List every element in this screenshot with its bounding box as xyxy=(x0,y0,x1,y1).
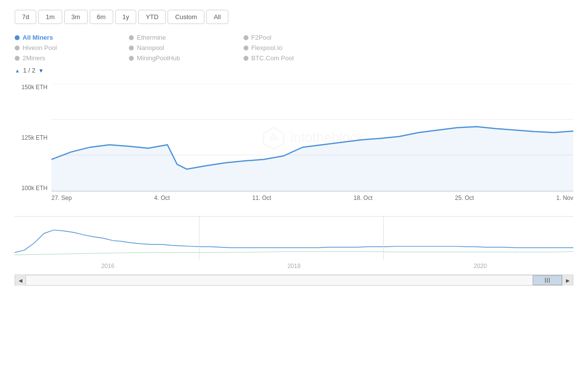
time-btn-1m[interactable]: 1m xyxy=(38,10,62,24)
mini-secondary-line xyxy=(15,251,573,255)
nav-track[interactable] xyxy=(26,275,562,285)
legend-label: Hiveon Pool xyxy=(23,44,57,51)
x-axis-label: 11. Oct xyxy=(252,195,271,201)
y-axis: 150k ETH125k ETH100k ETH xyxy=(15,84,51,192)
y-axis-label: 100k ETH xyxy=(15,185,51,192)
prev-page-arrow[interactable]: ▲ xyxy=(15,68,20,74)
mini-separator-2 xyxy=(383,217,384,260)
pagination-text: 1 / 2 xyxy=(23,67,35,74)
legend-item-2miners[interactable]: 2Miners xyxy=(15,54,129,62)
legend-label: MiningPoolHub xyxy=(137,54,180,62)
time-btn-custom[interactable]: Custom xyxy=(168,10,204,24)
time-btn-all[interactable]: All xyxy=(206,10,228,24)
legend-dot xyxy=(15,56,20,61)
x-axis-label: 4. Oct xyxy=(154,195,170,201)
legend-dot xyxy=(244,46,248,50)
pagination: ▲ 1 / 2 ▼ xyxy=(15,67,573,74)
legend-dot xyxy=(15,46,20,50)
legend: All Miners Ethermine F2Pool Hiveon Pool … xyxy=(15,34,358,62)
legend-dot xyxy=(244,35,248,40)
legend-dot xyxy=(129,46,134,50)
mini-separator-1 xyxy=(199,217,199,260)
chart-plot-area: intotheblock xyxy=(51,84,573,192)
nav-right-button[interactable]: ▶ xyxy=(562,275,573,286)
mini-x-axis-label: 2016 xyxy=(101,263,115,270)
nav-handle-grip xyxy=(545,278,550,283)
mini-main-line xyxy=(15,230,573,252)
mini-x-axis: 201620182020 xyxy=(15,260,573,272)
legend-item-all-miners[interactable]: All Miners xyxy=(15,34,129,41)
time-btn-ytd[interactable]: YTD xyxy=(138,10,166,24)
grip-line-2 xyxy=(547,278,548,283)
chart-container: 150k ETH125k ETH100k ETH intotheblock xyxy=(15,84,573,286)
legend-item-flexpool.io[interactable]: Flexpool.Io xyxy=(244,44,358,51)
legend-item-hiveon-pool[interactable]: Hiveon Pool xyxy=(15,44,129,51)
time-btn-3m[interactable]: 3m xyxy=(64,10,88,24)
time-btn-6m[interactable]: 6m xyxy=(90,10,113,24)
time-btn-7d[interactable]: 7d xyxy=(15,10,36,24)
main-chart: 150k ETH125k ETH100k ETH intotheblock xyxy=(15,84,573,211)
x-axis-label: 18. Oct xyxy=(354,195,373,201)
legend-label: F2Pool xyxy=(251,34,271,41)
time-range-buttons: 7d1m3m6m1yYTDCustomAll xyxy=(15,10,573,24)
y-axis-label: 125k ETH xyxy=(15,134,51,141)
legend-label: 2Miners xyxy=(23,54,45,62)
legend-item-btc.com-pool[interactable]: BTC.Com Pool xyxy=(244,54,358,62)
grip-line-1 xyxy=(545,278,546,283)
legend-label: Nanopool xyxy=(137,44,164,51)
mini-chart-plot xyxy=(15,217,573,260)
legend-item-f2pool[interactable]: F2Pool xyxy=(244,34,358,41)
grip-line-3 xyxy=(549,278,550,283)
x-axis-label: 1. Nov xyxy=(556,195,573,201)
legend-item-ethermine[interactable]: Ethermine xyxy=(129,34,243,41)
next-page-arrow[interactable]: ▼ xyxy=(38,68,44,74)
x-axis-label: 25. Oct xyxy=(455,195,474,201)
mini-x-axis-label: 2020 xyxy=(474,263,487,270)
x-axis-label: 27. Sep xyxy=(51,195,72,201)
legend-dot xyxy=(129,56,134,61)
legend-label: BTC.Com Pool xyxy=(251,54,294,62)
mini-chart-svg xyxy=(15,217,573,260)
x-axis: 27. Sep4. Oct11. Oct18. Oct25. Oct1. Nov xyxy=(51,192,573,211)
nav-handle[interactable] xyxy=(533,275,562,285)
time-btn-1y[interactable]: 1y xyxy=(115,10,137,24)
mini-x-axis-label: 2018 xyxy=(288,263,301,270)
legend-dot xyxy=(129,35,134,40)
legend-dot xyxy=(244,56,248,61)
legend-item-nanopool[interactable]: Nanopool xyxy=(129,44,243,51)
navigator-scrollbar[interactable]: ◀ ▶ xyxy=(15,275,573,286)
legend-label: Flexpool.Io xyxy=(251,44,283,51)
legend-label: All Miners xyxy=(23,34,53,41)
main-area xyxy=(51,127,573,191)
legend-dot xyxy=(15,35,20,40)
nav-left-button[interactable]: ◀ xyxy=(15,275,26,286)
main-container: 7d1m3m6m1yYTDCustomAll All Miners Etherm… xyxy=(0,0,588,392)
legend-label: Ethermine xyxy=(137,34,166,41)
y-axis-label: 150k ETH xyxy=(15,84,51,91)
mini-chart: 201620182020 xyxy=(15,216,573,275)
main-chart-svg xyxy=(51,84,573,191)
legend-item-miningpoolhub[interactable]: MiningPoolHub xyxy=(129,54,243,62)
